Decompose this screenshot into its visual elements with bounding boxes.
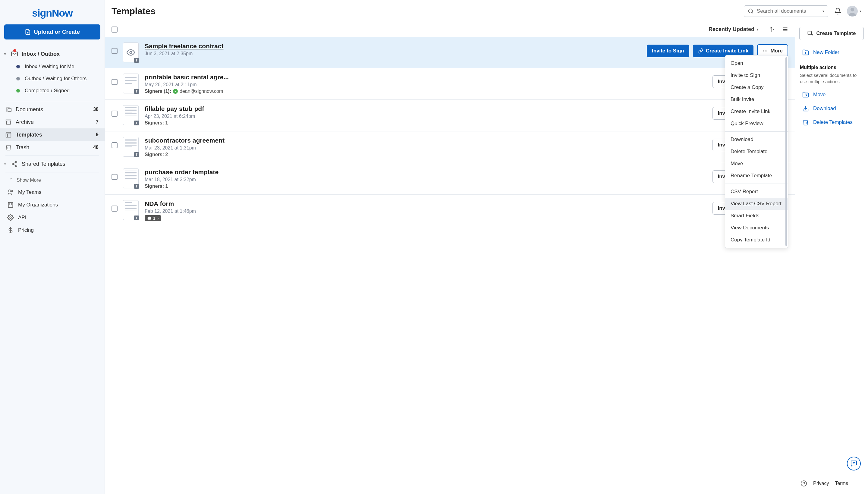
nav-inbox-outbox[interactable]: ▾ Inbox / Outbox bbox=[0, 47, 104, 61]
show-more-toggle[interactable]: ⌃ Show More bbox=[0, 174, 104, 186]
right-panel: Create Template New Folder Multiple acti… bbox=[795, 22, 868, 494]
document-date: Apr 23, 2021 at 6:24pm bbox=[144, 114, 713, 119]
link-icon bbox=[698, 48, 703, 54]
document-title[interactable]: Sample freelance contract bbox=[144, 42, 647, 50]
dropdown-item-download[interactable]: Download bbox=[725, 134, 788, 146]
template-badge-icon: T bbox=[134, 58, 139, 63]
more-dropdown: Open Invite to Sign Create a Copy Bulk I… bbox=[725, 55, 788, 248]
template-badge-icon: T bbox=[134, 89, 139, 94]
team-icon bbox=[7, 189, 16, 196]
check-icon: ✓ bbox=[173, 89, 178, 94]
sidebar-sub-inbox[interactable]: Inbox / Waiting for Me bbox=[9, 61, 104, 73]
document-title[interactable]: fillable pay stub pdf bbox=[144, 105, 713, 112]
svg-point-22 bbox=[749, 9, 753, 13]
nav-archive[interactable]: Archive 7 bbox=[0, 116, 104, 128]
dropdown-item-last-csv[interactable]: View Last CSV Report bbox=[725, 198, 788, 210]
document-title[interactable]: NDA form bbox=[144, 200, 713, 207]
divider bbox=[5, 155, 99, 156]
view-mode-button[interactable] bbox=[782, 26, 788, 33]
nav-api[interactable]: API bbox=[0, 211, 104, 224]
document-row[interactable]: T NDA form Feb 12, 2021 at 1:46pm 1 › bbox=[105, 194, 795, 227]
nav-my-teams[interactable]: My Teams bbox=[0, 186, 104, 198]
row-checkbox[interactable] bbox=[112, 48, 118, 54]
dropdown-item-copy[interactable]: Create a Copy bbox=[725, 81, 788, 93]
document-row[interactable]: T subcontractors agreement Mar 23, 2021 … bbox=[105, 131, 795, 163]
action-download[interactable]: Download bbox=[799, 101, 864, 115]
briefcase-badge[interactable]: 1 › bbox=[144, 215, 161, 221]
dropdown-item-open[interactable]: Open bbox=[725, 57, 788, 69]
chevron-down-icon[interactable]: ▾ bbox=[823, 10, 824, 13]
dropdown-item-csv[interactable]: CSV Report bbox=[725, 186, 788, 198]
nav-count: 7 bbox=[96, 119, 99, 125]
svg-point-9 bbox=[12, 163, 14, 165]
chevron-down-icon: ▾ bbox=[757, 27, 758, 31]
chevron-up-icon: ⌃ bbox=[9, 177, 13, 183]
sidebar-sub-outbox[interactable]: Outbox / Waiting for Others bbox=[9, 73, 104, 85]
dropdown-item-bulk[interactable]: Bulk Invite bbox=[725, 93, 788, 106]
document-title[interactable]: subcontractors agreement bbox=[144, 137, 713, 144]
dropdown-item-preview[interactable]: Quick Preview bbox=[725, 117, 788, 130]
dropdown-item-create-link[interactable]: Create Invite Link bbox=[725, 106, 788, 117]
svg-point-10 bbox=[15, 165, 17, 167]
search-input[interactable] bbox=[757, 8, 823, 14]
document-signers: Signers (1): ✓ dean@signnow.com bbox=[144, 89, 713, 94]
upload-or-create-button[interactable]: Upload or Create bbox=[4, 24, 100, 39]
document-row[interactable]: T fillable pay stub pdf Apr 23, 2021 at … bbox=[105, 99, 795, 131]
row-checkbox[interactable] bbox=[112, 206, 118, 212]
template-plus-icon bbox=[807, 31, 813, 36]
row-checkbox[interactable] bbox=[112, 174, 118, 180]
dropdown-item-move[interactable]: Move bbox=[725, 158, 788, 170]
nav-pricing[interactable]: Pricing bbox=[0, 224, 104, 236]
dropdown-item-smart-fields[interactable]: Smart Fields bbox=[725, 210, 788, 222]
nav-label: API bbox=[18, 215, 26, 221]
svg-line-11 bbox=[14, 163, 15, 164]
row-checkbox[interactable] bbox=[112, 79, 118, 85]
document-thumbnail: T bbox=[123, 74, 139, 93]
action-delete-templates[interactable]: Delete Templates bbox=[799, 115, 864, 129]
document-date: Feb 12, 2021 at 1:46pm bbox=[144, 209, 713, 214]
dropdown-item-invite[interactable]: Invite to Sign bbox=[725, 69, 788, 81]
svg-line-12 bbox=[14, 164, 15, 166]
scrollbar[interactable] bbox=[786, 57, 787, 246]
select-all-checkbox[interactable] bbox=[112, 26, 118, 33]
sort-selector[interactable]: Recently Updated ▾ bbox=[709, 26, 758, 33]
document-title[interactable]: printable basic rental agre... bbox=[144, 74, 713, 81]
nav-shared-templates[interactable]: ▾ Shared Templates bbox=[0, 158, 104, 170]
chat-fab[interactable] bbox=[847, 457, 861, 471]
user-avatar[interactable] bbox=[847, 6, 858, 17]
document-row[interactable]: T Sample freelance contract Jun 3, 2021 … bbox=[105, 37, 795, 68]
svg-rect-3 bbox=[6, 120, 11, 121]
dropdown-item-copy-id[interactable]: Copy Template Id bbox=[725, 234, 788, 246]
document-title[interactable]: purchase order template bbox=[144, 169, 713, 176]
invite-to-sign-button[interactable]: Invite to Sign bbox=[647, 44, 689, 57]
action-move[interactable]: Move bbox=[799, 88, 864, 101]
dropdown-item-view-docs[interactable]: View Documents bbox=[725, 222, 788, 234]
svg-rect-5 bbox=[6, 132, 11, 137]
dropdown-item-delete[interactable]: Delete Template bbox=[725, 146, 788, 158]
sidebar-sub-completed[interactable]: Completed / Signed bbox=[9, 85, 104, 97]
search-box[interactable]: ▾ bbox=[744, 5, 828, 17]
upload-icon bbox=[25, 29, 31, 35]
nav-label: My Teams bbox=[18, 189, 41, 195]
nav-documents[interactable]: Documents 38 bbox=[0, 103, 104, 116]
help-icon[interactable] bbox=[801, 480, 807, 487]
terms-link[interactable]: Terms bbox=[835, 481, 848, 486]
nav-trash[interactable]: Trash 48 bbox=[0, 141, 104, 154]
row-checkbox[interactable] bbox=[112, 142, 118, 148]
document-row[interactable]: T purchase order template Mar 18, 2021 a… bbox=[105, 163, 795, 194]
building-icon bbox=[7, 202, 16, 208]
more-icon bbox=[763, 48, 768, 54]
create-template-button[interactable]: Create Template bbox=[799, 27, 864, 40]
user-menu-toggle[interactable]: ▾ bbox=[860, 10, 861, 13]
row-checkbox[interactable] bbox=[112, 111, 118, 117]
nav-templates[interactable]: Templates 9 bbox=[0, 128, 104, 141]
new-folder-link[interactable]: New Folder bbox=[799, 45, 864, 59]
document-row[interactable]: T printable basic rental agre... May 26,… bbox=[105, 68, 795, 99]
dropdown-item-rename[interactable]: Rename Template bbox=[725, 170, 788, 182]
sort-direction-button[interactable] bbox=[769, 26, 775, 33]
svg-line-23 bbox=[752, 12, 753, 14]
nav-my-organizations[interactable]: My Organizations bbox=[0, 198, 104, 211]
privacy-link[interactable]: Privacy bbox=[813, 481, 829, 486]
notifications-button[interactable] bbox=[834, 7, 842, 15]
gear-icon bbox=[7, 214, 16, 221]
